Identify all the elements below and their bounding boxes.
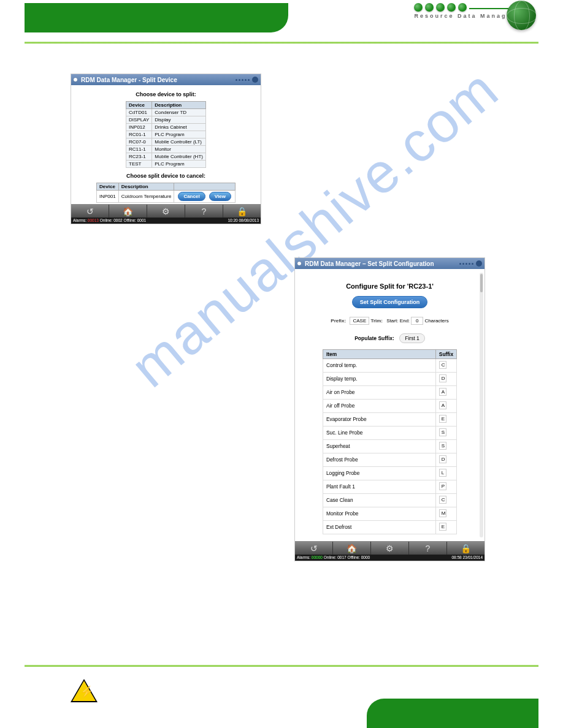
table-row[interactable]: RC01-1PLC Program [126,131,206,138]
window-titlebar: RDM Data Manager - Split Device [71,74,261,85]
globe-icon [507,1,536,30]
trim-end-input[interactable]: 0 [411,317,423,325]
settings-icon[interactable]: ⚙ [147,205,185,218]
table-row: SuperheatS [323,440,456,453]
col-device: Device [97,183,119,191]
cancel-button[interactable]: Cancel [178,192,205,201]
titlebar-logo-icon [459,260,482,267]
status-time: 10:20 08/08/2013 [228,218,259,223]
suffix-input[interactable]: D [439,374,446,382]
cancel-device-heading: Choose split device to cancel: [71,173,261,179]
back-icon[interactable]: ↺ [295,542,333,555]
suffix-input[interactable]: M [439,509,446,517]
cancel-table: Device Description INP001 Coldroom Tempe… [96,183,236,203]
suffix-input[interactable]: E [439,523,446,531]
choose-device-heading: Choose device to split: [71,91,261,97]
col-description: Description [152,102,206,109]
page-header: Resource Data Management [0,0,563,46]
footer-green-bar [367,699,538,728]
header-rule [25,42,538,44]
window-title: RDM Data Manager - Split Device [81,77,177,83]
window-menu-icon[interactable] [74,78,77,82]
header-green-bar [25,3,288,32]
col-device: Device [126,102,152,109]
table-row: Control temp.C [323,359,456,373]
window-titlebar: RDM Data Manager – Set Split Configurati… [295,258,484,269]
table-row: Case CleanC [323,494,456,507]
table-row[interactable]: RC23-1Mobile Controller (HT) [126,153,206,161]
bottom-navbar: ↺ 🏠 ⚙ ? 🔒 [295,541,484,555]
suffix-input[interactable]: A [439,388,446,396]
logo-dots [414,3,532,12]
table-row[interactable]: DISPLAYDisplay [126,116,206,124]
scrollbar[interactable] [480,273,483,537]
items-table: Item Suffix Control temp.C Display temp.… [323,349,457,534]
table-row: Ext DefrostE [323,521,456,534]
prefix-input[interactable]: CASE [350,317,369,325]
col-suffix: Suffix [435,350,456,359]
table-row: Plant Fault 1P [323,480,456,494]
device-table: Device Description CdTD01Condenser TD DI… [126,101,206,168]
table-row: Display temp.D [323,373,456,386]
table-row[interactable]: RC11-1Monitor [126,146,206,153]
status-bar: Alarms: 00013 Online: 0002 Offline: 0001… [71,218,261,224]
suffix-input[interactable]: D [439,455,446,463]
set-split-config-button[interactable]: Set Split Configuration [352,296,428,308]
suffix-input[interactable]: A [439,401,446,409]
col-description: Description [118,183,174,191]
table-row[interactable]: TESTPLC Program [126,161,206,168]
titlebar-logo-icon [236,77,258,83]
screenshot-body: Configure Split for 'RC23-1' Set Split C… [295,269,484,541]
view-button[interactable]: View [209,192,231,201]
settings-icon[interactable]: ⚙ [371,542,409,555]
table-row[interactable]: RC07-0Mobile Controller (LT) [126,138,206,146]
screenshot-split-device: RDM Data Manager - Split Device Choose d… [71,74,261,224]
help-icon[interactable]: ? [409,542,447,555]
table-row: Evaporator ProbeE [323,413,456,427]
screenshot-body: Choose device to split: Device Descripti… [71,85,261,204]
suffix-input[interactable]: S [439,428,446,436]
help-icon[interactable]: ? [185,205,223,218]
lock-icon[interactable]: 🔒 [223,205,261,218]
home-icon[interactable]: 🏠 [333,542,371,555]
suffix-input[interactable]: C [439,496,446,504]
electrical-hazard-icon: ⚡ [71,679,98,702]
status-time: 08:58 23/01/2014 [451,555,483,560]
suffix-input[interactable]: E [439,415,446,423]
table-row: Defrost ProbeD [323,453,456,467]
lock-icon[interactable]: 🔒 [447,542,484,555]
table-row[interactable]: INP012Drinks Cabinet [126,124,206,131]
suffix-input[interactable]: L [439,469,446,477]
config-line: Prefix: CASE Trim: Start: End: 0 Charact… [304,317,476,325]
logo-area: Resource Data Management [414,3,532,19]
bottom-navbar: ↺ 🏠 ⚙ ? 🔒 [71,204,261,218]
col-item: Item [323,350,435,359]
populate-suffix-line: Populate Suffix: First 1 [304,333,476,343]
table-row[interactable]: CdTD01Condenser TD [126,109,206,116]
window-menu-icon[interactable] [297,262,301,265]
suffix-input[interactable]: S [439,442,446,450]
table-row: Monitor ProbeM [323,507,456,521]
back-icon[interactable]: ↺ [71,205,109,218]
table-row: Logging ProbeL [323,467,456,480]
status-bar: Alarms: 00000 Online: 0017 Offline: 0000… [295,555,484,561]
home-icon[interactable]: 🏠 [109,205,147,218]
footer-rule [25,665,538,667]
suffix-input[interactable]: P [439,482,446,490]
suffix-input[interactable]: C [439,361,446,369]
table-row: INP001 Coldroom Temperature Cancel View [97,191,236,203]
window-title: RDM Data Manager – Set Split Configurati… [305,260,434,267]
populate-suffix-button[interactable]: First 1 [399,333,425,343]
screenshot-set-split-config: RDM Data Manager – Set Split Configurati… [294,257,485,561]
table-row: Air on ProbeA [323,386,456,400]
configure-split-heading: Configure Split for 'RC23-1' [304,282,476,290]
table-row: Air off ProbeA [323,400,456,413]
table-row: Suc. Line ProbeS [323,427,456,440]
